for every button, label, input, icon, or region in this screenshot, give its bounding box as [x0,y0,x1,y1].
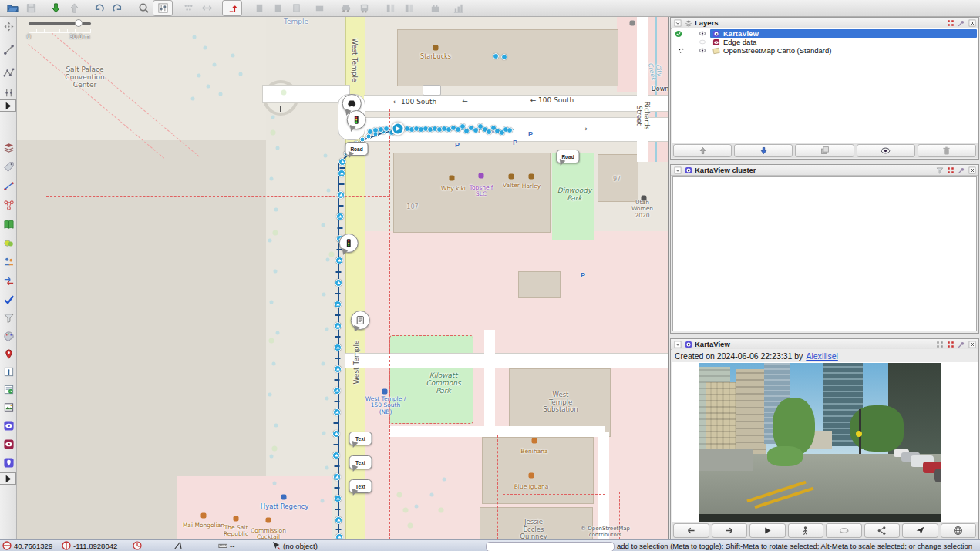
photo-node[interactable] [337,191,345,199]
photo-node[interactable] [332,430,340,438]
tool-group-expander-bottom[interactable] [0,472,16,485]
layer-row-osm-carto[interactable]: OpenStreetMap Carto (Standard) [672,46,978,55]
move-layer-up-button[interactable] [673,144,732,157]
photo-node[interactable] [334,301,342,308]
castle-tool[interactable] [426,1,444,15]
info-dialog-toggle[interactable] [2,365,15,378]
map-marker-signal[interactable] [339,234,359,253]
delete-layer-button[interactable] [918,144,976,157]
layer-visible-eye-icon[interactable] [698,46,707,55]
detach-icon[interactable] [946,166,955,174]
tool-group-expander-top[interactable] [0,99,16,112]
move-layer-down-button[interactable] [734,144,793,157]
switch-360-button[interactable] [826,523,862,538]
photo-node[interactable] [334,495,342,502]
search-button[interactable] [134,1,153,15]
move-node-button[interactable] [222,0,242,16]
unglue-nodes-button[interactable] [179,1,197,15]
share-photo-button[interactable] [864,523,901,538]
collapse-icon[interactable] [673,166,682,174]
previous-photo-button[interactable] [673,523,709,538]
photo-node[interactable] [333,408,341,416]
street-mode-button[interactable] [788,523,824,538]
filter-icon[interactable] [935,166,944,174]
close-icon[interactable] [968,18,976,27]
photo-node[interactable] [334,344,342,351]
draw-nodes-tool[interactable] [2,42,15,56]
authors-dialog-toggle[interactable] [2,254,15,268]
photo-author-link[interactable]: AlexIlisei [806,351,837,361]
layer-hidden-eye-icon[interactable] [698,38,707,46]
preferences-button[interactable] [153,0,173,16]
map-canvas[interactable]: 0 30.0 m Salt Palace Convention CenterWe… [17,17,668,539]
close-icon[interactable] [968,340,976,348]
relations-dialog-toggle[interactable] [2,198,15,212]
kartaview-cluster-dialog-toggle[interactable] [2,455,15,469]
bus-view-tool[interactable] [355,1,373,15]
map-marker-road[interactable]: Road [557,150,580,163]
open-button[interactable] [3,1,22,15]
photo-node[interactable] [336,213,344,220]
photo-node[interactable] [335,516,342,524]
detach-icon[interactable] [946,18,955,27]
photo-node[interactable] [334,365,342,373]
photo-node[interactable] [334,322,342,330]
spread-nodes-button[interactable] [197,1,216,15]
panel-tool-4[interactable] [310,1,328,15]
save-button[interactable] [22,1,40,15]
improve-way-tool[interactable] [2,66,15,79]
kartaview-dialog-toggle[interactable] [2,418,15,432]
open-in-web-button[interactable] [941,523,977,538]
map-styles-dialog-toggle[interactable] [2,329,15,343]
map-paint-dialog-toggle[interactable] [2,217,15,231]
layer-visible-eye-icon[interactable] [698,29,707,38]
photo-node[interactable] [333,473,341,481]
split-view-tool-1[interactable] [381,1,399,15]
split-view-tool-2[interactable] [399,1,418,15]
gpx-dialog-toggle[interactable] [2,236,15,250]
collapse-icon[interactable] [673,340,682,348]
map-marker-bus[interactable] [351,311,370,330]
undo-button[interactable] [89,1,108,15]
photo-dot[interactable] [507,127,513,133]
selected-photo-dot[interactable] [392,123,405,136]
toggle-layer-visibility-button[interactable] [857,144,915,157]
stick-pin-icon[interactable] [957,18,965,27]
validator-dialog-toggle[interactable] [2,292,15,306]
imagery-dialog-toggle[interactable] [2,400,15,414]
redo-button[interactable] [108,1,126,15]
map-marker-signal[interactable] [347,110,366,129]
tags-dialog-toggle[interactable] [2,160,15,173]
stick-pin-icon[interactable] [957,340,965,348]
download-data-button[interactable] [46,1,65,15]
selection-dialog-toggle[interactable] [2,179,15,193]
chart-tool[interactable] [449,1,467,15]
detach-icon[interactable] [946,340,955,348]
panel-tool-2[interactable] [268,1,287,15]
status-field[interactable] [486,542,615,551]
zoom-slider-knob[interactable] [75,19,83,27]
photo-dot[interactable] [501,54,507,60]
map-marker-text[interactable]: Text [349,455,372,469]
photo-node[interactable] [335,533,343,539]
play-sequence-button[interactable] [749,523,786,538]
upload-data-button[interactable] [65,1,83,15]
stick-pin-icon[interactable] [957,166,965,174]
select-tool[interactable] [2,19,15,33]
changeset-dialog-toggle[interactable] [2,382,15,396]
map-marker-road[interactable]: Road [345,142,369,156]
car-view-tool[interactable] [336,1,355,15]
conflicts-dialog-toggle[interactable] [2,274,15,287]
parallel-way-tool[interactable] [2,86,15,99]
map-marker-text[interactable]: Text [349,479,372,493]
photo-node[interactable] [332,452,340,459]
next-photo-button[interactable] [712,523,748,538]
edge-data-dialog-toggle[interactable] [2,437,15,451]
grid-icon[interactable] [935,340,944,348]
layers-dialog-toggle[interactable] [2,140,15,154]
layer-row-kartaview[interactable]: KartaView [672,29,978,38]
photo-viewer[interactable] [672,362,978,522]
photo-node[interactable] [333,387,341,395]
notes-dialog-toggle[interactable] [2,347,15,361]
photo-node[interactable] [335,279,342,287]
